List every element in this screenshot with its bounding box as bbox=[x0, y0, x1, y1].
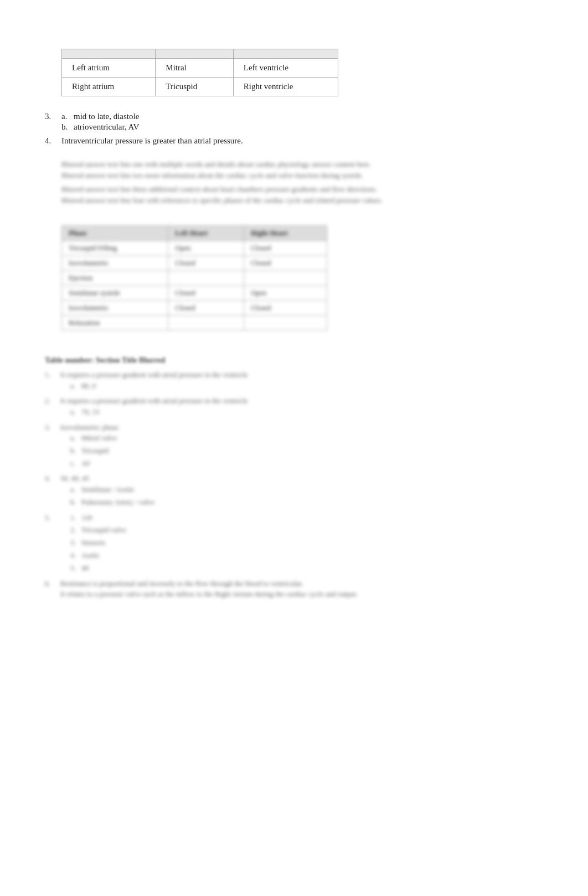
blurred-text-block-1: Blurred answer text line one with multip… bbox=[61, 159, 543, 205]
lower-sub-text-5-1: 120 bbox=[81, 512, 92, 524]
lower-sub-1: a. 80, 0 bbox=[70, 380, 543, 392]
lower-sub-label-5-4: 4. bbox=[70, 550, 81, 562]
lower-sub-4: a. Semilunar / Aortic b. Pulmonary Arter… bbox=[70, 484, 543, 508]
t2-r2-c3: Closed bbox=[244, 256, 327, 271]
t2-r4-c2: Closed bbox=[168, 286, 244, 301]
page-content: Left atrium Mitral Left ventricle Right … bbox=[45, 22, 543, 600]
t2-r4-c3: Open bbox=[244, 286, 327, 301]
lower-sub-label-5-3: 3. bbox=[70, 537, 81, 549]
lower-sub-item-3c: c. AV bbox=[70, 458, 543, 470]
lower-text-1: It requires a pressure gradient with atr… bbox=[60, 369, 543, 380]
lower-sub-item-4a: a. Semilunar / Aortic bbox=[70, 484, 543, 496]
table-row: Isovolumetric Closed Closed bbox=[62, 301, 327, 316]
lower-sub-item-3b: b. Tricuspid bbox=[70, 445, 543, 457]
lower-sub-5: 1. 120 2. Tricuspid valve 3. Stenosis 4.… bbox=[70, 512, 543, 574]
lower-sub-item-2a: a. 70, 15 bbox=[70, 406, 543, 418]
blurred-line-3: Blurred answer text line three additiona… bbox=[61, 184, 543, 195]
lower-num-4: 4. bbox=[45, 473, 60, 509]
t2-r6-c3 bbox=[244, 316, 327, 331]
lower-sub-label-4b: b. bbox=[70, 497, 81, 508]
table2-header-col3: Right Heart bbox=[244, 226, 327, 241]
table-row: Tricuspid Filling Open Closed bbox=[62, 241, 327, 256]
alpha-text-3a: mid to late, diastole bbox=[74, 112, 139, 121]
lower-item-1: 1. It requires a pressure gradient with … bbox=[45, 369, 543, 393]
blurred-line-2: Blurred answer text line two more inform… bbox=[61, 170, 543, 181]
lower-sub-label-3a: a. bbox=[70, 432, 81, 444]
lower-sub-item-5-2: 2. Tricuspid valve bbox=[70, 524, 543, 536]
lower-sub-text-4a: Semilunar / Aortic bbox=[81, 484, 135, 496]
table-row: Ejection bbox=[62, 271, 327, 286]
heart-table: Left atrium Mitral Left ventricle Right … bbox=[61, 49, 338, 96]
table1-header-col2 bbox=[156, 49, 233, 59]
table1-row1-col2: Mitral bbox=[156, 59, 233, 78]
t2-r1-c2: Open bbox=[168, 241, 244, 256]
lower-num-5: 5. bbox=[45, 512, 60, 575]
item4-text: Intraventricular pressure is greater tha… bbox=[61, 136, 243, 145]
table-row: Left atrium Mitral Left ventricle bbox=[62, 59, 338, 78]
lower-content-1: It requires a pressure gradient with atr… bbox=[60, 369, 543, 393]
list-num-4: 4. bbox=[45, 136, 61, 146]
t2-r6-c1: Relaxation bbox=[62, 316, 168, 331]
lower-sub-label-3b: b. bbox=[70, 445, 81, 457]
t2-r2-c2: Closed bbox=[168, 256, 244, 271]
alpha-item-3b: b. atrioventricular, AV bbox=[61, 122, 543, 132]
table-row: Semilunar systole Closed Open bbox=[62, 286, 327, 301]
lower-sub-item-5-4: 4. Aortic bbox=[70, 550, 543, 562]
lower-sub-text-5-2: Tricuspid valve bbox=[81, 524, 126, 536]
table1-row2-col1: Right atrium bbox=[62, 78, 156, 96]
t2-r3-c2 bbox=[168, 271, 244, 286]
lower-text-3: Isovolumetric phase bbox=[60, 422, 543, 433]
lower-sub-2: a. 70, 15 bbox=[70, 406, 543, 418]
table1-row2-col2: Tricuspid bbox=[156, 78, 233, 96]
lower-num-1: 1. bbox=[45, 369, 60, 393]
lower-sub-text-3a: Mitral valve bbox=[81, 432, 117, 444]
lower-num-3: 3. bbox=[45, 422, 60, 471]
lower-sub-item-4b: b. Pulmonary Artery / valve bbox=[70, 497, 543, 508]
list-content-4: Intraventricular pressure is greater tha… bbox=[61, 136, 543, 146]
t2-r3-c1: Ejection bbox=[62, 271, 168, 286]
lower-text-2: It requires a pressure gradient with atr… bbox=[60, 395, 543, 406]
lower-text-4: 50, 40, 45 bbox=[60, 473, 543, 484]
list-num-3: 3. bbox=[45, 112, 61, 121]
alpha-label-3b: b. bbox=[61, 122, 74, 132]
lower-sub-text-3c: AV bbox=[81, 458, 91, 470]
lower-num-2: 2. bbox=[45, 395, 60, 419]
alpha-list-3: a. mid to late, diastole b. atrioventric… bbox=[61, 112, 543, 132]
list-content-3: a. mid to late, diastole b. atrioventric… bbox=[61, 112, 543, 133]
lower-item-4: 4. 50, 40, 45 a. Semilunar / Aortic b. P… bbox=[45, 473, 543, 509]
t2-r1-c1: Tricuspid Filling bbox=[62, 241, 168, 256]
lower-content-4: 50, 40, 45 a. Semilunar / Aortic b. Pulm… bbox=[60, 473, 543, 509]
lower-sub-label-5-1: 1. bbox=[70, 512, 81, 524]
lower-sub-label-2a: a. bbox=[70, 406, 81, 418]
table1-row1-col1: Left atrium bbox=[62, 59, 156, 78]
t2-r3-c3 bbox=[244, 271, 327, 286]
alpha-item-3a: a. mid to late, diastole bbox=[61, 112, 543, 121]
table1-header-col3 bbox=[233, 49, 338, 59]
table1-container: Left atrium Mitral Left ventricle Right … bbox=[45, 49, 543, 96]
lower-sub-item-3a: a. Mitral valve bbox=[70, 432, 543, 444]
lower-item-2: 2. It requires a pressure gradient with … bbox=[45, 395, 543, 419]
t2-r4-c1: Semilunar systole bbox=[62, 286, 168, 301]
lower-content-2: It requires a pressure gradient with atr… bbox=[60, 395, 543, 419]
table1-row2-col3: Right ventricle bbox=[233, 78, 338, 96]
lower-content-3: Isovolumetric phase a. Mitral valve b. T… bbox=[60, 422, 543, 471]
t2-r1-c3: Closed bbox=[244, 241, 327, 256]
lower-sub-text-5-5: 40 bbox=[81, 563, 89, 574]
t2-r2-c1: Isovolumetric bbox=[62, 256, 168, 271]
section-header-blurred: Table number: Section Title Blurred bbox=[45, 356, 543, 365]
table2-header-col1: Phase bbox=[62, 226, 168, 241]
table1-row1-col3: Left ventricle bbox=[233, 59, 338, 78]
lower-sub-item-5-5: 5. 40 bbox=[70, 563, 543, 574]
list-item-4: 4. Intraventricular pressure is greater … bbox=[45, 136, 543, 146]
lower-sub-label-4a: a. bbox=[70, 484, 81, 496]
lower-content-6: Resistance is proportional and inversely… bbox=[60, 578, 543, 600]
lower-sub-label-5-5: 5. bbox=[70, 563, 81, 574]
t2-r5-c3: Closed bbox=[244, 301, 327, 316]
t2-r6-c2 bbox=[168, 316, 244, 331]
lower-text2-6: It relates to a pressure valve such as t… bbox=[60, 589, 543, 600]
blurred-line-1: Blurred answer text line one with multip… bbox=[61, 159, 543, 170]
table-row: Right atrium Tricuspid Right ventricle bbox=[62, 78, 338, 96]
lower-sub-text-5-4: Aortic bbox=[81, 550, 100, 562]
lower-item-6: 6. Resistance is proportional and invers… bbox=[45, 578, 543, 600]
lower-text-6: Resistance is proportional and inversely… bbox=[60, 578, 543, 589]
